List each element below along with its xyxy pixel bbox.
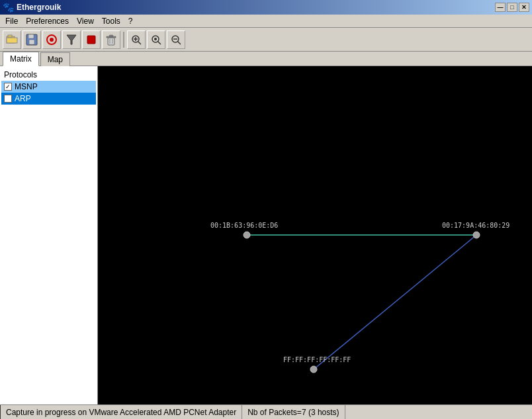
app-icon: 🐾 bbox=[3, 2, 14, 13]
svg-point-25 bbox=[244, 232, 250, 238]
toolbar-btn-open[interactable] bbox=[3, 30, 21, 49]
node-1[interactable]: 00:1B:63:96:0E:D6 bbox=[210, 222, 278, 238]
checkbox-msnp[interactable] bbox=[4, 83, 12, 91]
toolbar-btn-clear[interactable] bbox=[102, 30, 120, 49]
minimize-button[interactable]: — bbox=[495, 3, 506, 12]
menu-file[interactable]: File bbox=[1, 15, 22, 27]
toolbar-separator bbox=[123, 32, 124, 48]
protocol-item-msnp[interactable]: MSNP bbox=[1, 81, 96, 93]
svg-rect-1 bbox=[8, 35, 12, 37]
svg-marker-8 bbox=[67, 35, 76, 44]
svg-line-20 bbox=[158, 41, 161, 44]
svg-rect-12 bbox=[109, 35, 113, 36]
protocol-item-arp[interactable]: ARP bbox=[1, 93, 96, 105]
toolbar-btn-zoom-in[interactable] bbox=[127, 30, 146, 49]
toolbar-btn-zoom-normal[interactable] bbox=[147, 30, 165, 49]
tab-bar: Matrix Map bbox=[0, 52, 532, 66]
status-right: Nb of Packets=7 (3 hosts) bbox=[242, 405, 345, 419]
maximize-button[interactable]: □ bbox=[507, 3, 517, 12]
toolbar-btn-capture[interactable] bbox=[42, 30, 61, 49]
menu-bar: File Preferences View Tools ? bbox=[0, 15, 532, 28]
toolbar bbox=[0, 28, 532, 52]
svg-text:00:17:9A:46:80:29: 00:17:9A:46:80:29 bbox=[442, 222, 510, 229]
svg-line-16 bbox=[138, 41, 142, 44]
toolbar-btn-zoom-out[interactable] bbox=[167, 30, 185, 49]
svg-line-23 bbox=[178, 41, 181, 44]
protocols-label: Protocols bbox=[1, 69, 96, 81]
toolbar-btn-stop[interactable] bbox=[82, 30, 101, 49]
toolbar-btn-filter[interactable] bbox=[62, 30, 81, 49]
svg-point-21 bbox=[154, 38, 157, 40]
title-buttons: — □ ✕ bbox=[495, 3, 529, 12]
svg-rect-10 bbox=[108, 38, 114, 45]
svg-point-29 bbox=[310, 366, 317, 373]
protocol-label-arp: ARP bbox=[15, 94, 31, 103]
svg-rect-11 bbox=[107, 36, 116, 38]
close-button[interactable]: ✕ bbox=[519, 3, 529, 12]
protocol-label-msnp: MSNP bbox=[15, 82, 38, 91]
main-content: Protocols MSNP ARP 00:1B:63:96:0E:D6 bbox=[0, 66, 532, 404]
svg-text:FF:FF:FF:FF:FF:FF: FF:FF:FF:FF:FF:FF bbox=[283, 356, 351, 363]
svg-rect-4 bbox=[28, 34, 34, 38]
canvas-area[interactable]: 00:1B:63:96:0E:D6 00:17:9A:46:80:29 FF:F… bbox=[98, 66, 532, 404]
status-left: Capture in progress on VMware Accelerate… bbox=[0, 405, 242, 419]
svg-rect-5 bbox=[29, 40, 34, 44]
checkbox-arp[interactable] bbox=[4, 95, 12, 103]
menu-help[interactable]: ? bbox=[124, 15, 137, 27]
status-bar: Capture in progress on VMware Accelerate… bbox=[0, 404, 532, 419]
status-right-text: Nb of Packets=7 (3 hosts) bbox=[247, 408, 339, 417]
svg-rect-9 bbox=[87, 36, 95, 44]
edge-2-3 bbox=[314, 235, 476, 369]
node-2[interactable]: 00:17:9A:46:80:29 bbox=[442, 222, 510, 238]
svg-point-7 bbox=[50, 38, 54, 42]
menu-view[interactable]: View bbox=[73, 15, 98, 27]
status-left-text: Capture in progress on VMware Accelerate… bbox=[6, 408, 236, 417]
node-3[interactable]: FF:FF:FF:FF:FF:FF bbox=[283, 356, 351, 373]
app-title: Ethergrouik bbox=[17, 3, 61, 12]
tab-map[interactable]: Map bbox=[40, 52, 70, 66]
title-left: 🐾 Ethergrouik bbox=[3, 2, 61, 13]
tab-matrix[interactable]: Matrix bbox=[3, 52, 39, 66]
menu-preferences[interactable]: Preferences bbox=[22, 15, 73, 27]
toolbar-btn-save[interactable] bbox=[22, 30, 41, 49]
svg-rect-2 bbox=[7, 38, 17, 43]
svg-text:00:1B:63:96:0E:D6: 00:1B:63:96:0E:D6 bbox=[210, 222, 278, 229]
title-bar: 🐾 Ethergrouik — □ ✕ bbox=[0, 0, 532, 15]
menu-tools[interactable]: Tools bbox=[98, 15, 124, 27]
sidebar: Protocols MSNP ARP bbox=[0, 66, 98, 404]
network-svg: 00:1B:63:96:0E:D6 00:17:9A:46:80:29 FF:F… bbox=[98, 66, 532, 404]
svg-point-27 bbox=[473, 232, 480, 238]
